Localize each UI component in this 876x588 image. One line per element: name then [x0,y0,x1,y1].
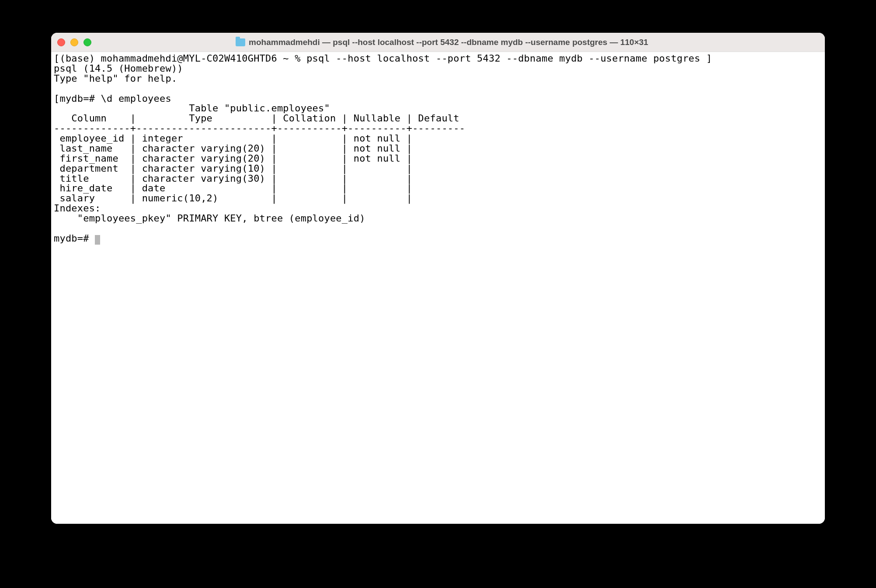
terminal-line: Type "help" for help. [54,73,177,84]
terminal-window: mohammadmehdi — psql --host localhost --… [51,33,825,524]
terminal-line: -------------+-----------------------+--… [54,123,465,134]
terminal-line: Table "public.employees" [54,103,330,114]
terminal-prompt: mydb=# [54,233,95,244]
window-titlebar: mohammadmehdi — psql --host localhost --… [51,33,825,52]
cursor [95,235,100,245]
title-container: mohammadmehdi — psql --host localhost --… [65,38,819,47]
terminal-body[interactable]: [(base) mohammadmehdi@MYL-C02W410GHTD6 ~… [51,52,825,524]
terminal-line: hire_date | date | | | [54,183,418,194]
terminal-line: department | character varying(10) | | | [54,163,418,174]
window-title: mohammadmehdi — psql --host localhost --… [249,38,648,47]
close-button[interactable] [57,38,65,46]
terminal-line: "employees_pkey" PRIMARY KEY, btree (emp… [54,213,365,224]
terminal-line: psql (14.5 (Homebrew)) [54,63,183,74]
terminal-line: employee_id | integer | | not null | [54,133,418,144]
terminal-line: title | character varying(30) | | | [54,173,418,184]
folder-icon [236,38,245,46]
terminal-line: Column | Type | Collation | Nullable | D… [54,113,465,124]
terminal-line: salary | numeric(10,2) | | | [54,193,418,204]
terminal-line: last_name | character varying(20) | | no… [54,143,418,154]
terminal-line: Indexes: [54,203,101,214]
terminal-line: [(base) mohammadmehdi@MYL-C02W410GHTD6 ~… [54,53,712,64]
terminal-line: [mydb=# \d employees [54,93,171,104]
terminal-line: first_name | character varying(20) | | n… [54,153,418,164]
